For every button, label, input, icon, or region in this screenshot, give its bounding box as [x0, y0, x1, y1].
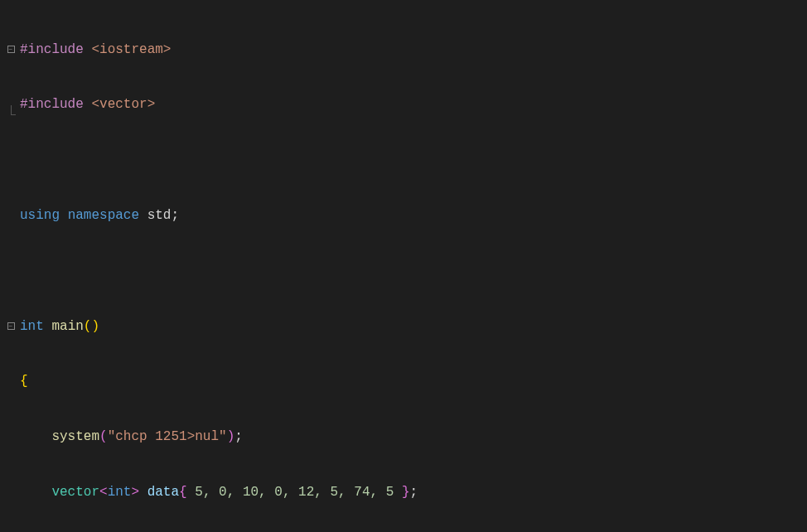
brace: {: [20, 374, 28, 389]
type: vector: [51, 485, 99, 500]
code-line[interactable]: [3, 262, 807, 280]
keyword: using: [20, 208, 60, 223]
code-line[interactable]: {: [3, 372, 807, 390]
fold-gutter[interactable]: −: [3, 46, 18, 53]
code-line[interactable]: − #include <iostream>: [3, 41, 807, 59]
fold-gutter[interactable]: −: [3, 322, 18, 330]
code-line[interactable]: system("chcp 1251>nul");: [3, 428, 807, 446]
preprocessor: #include: [20, 42, 84, 57]
code-line[interactable]: − int main(): [3, 317, 807, 336]
number-list: 5, 0, 10, 0, 12, 5, 74, 5: [187, 485, 402, 500]
keyword: namespace: [68, 208, 139, 223]
code-line[interactable]: using namespace std;: [3, 206, 807, 225]
code-line[interactable]: vector<int> data{ 5, 0, 10, 0, 12, 5, 74…: [3, 483, 807, 501]
include-header: <iostream>: [91, 42, 171, 57]
identifier: std: [147, 208, 172, 223]
function-call: system: [51, 429, 99, 444]
function-name: main: [51, 319, 83, 334]
fold-collapse-icon[interactable]: −: [7, 46, 15, 53]
variable: data: [147, 485, 179, 500]
fold-collapse-icon[interactable]: −: [7, 322, 15, 330]
include-header: <vector>: [91, 97, 155, 112]
code-line[interactable]: #include <vector>: [3, 96, 807, 114]
string-literal: "chcp 1251>nul": [108, 429, 227, 444]
type: int: [20, 319, 44, 334]
preprocessor: #include: [20, 97, 84, 112]
code-line[interactable]: [3, 151, 807, 169]
code-editor[interactable]: − #include <iostream> #include <vector> …: [0, 0, 807, 532]
